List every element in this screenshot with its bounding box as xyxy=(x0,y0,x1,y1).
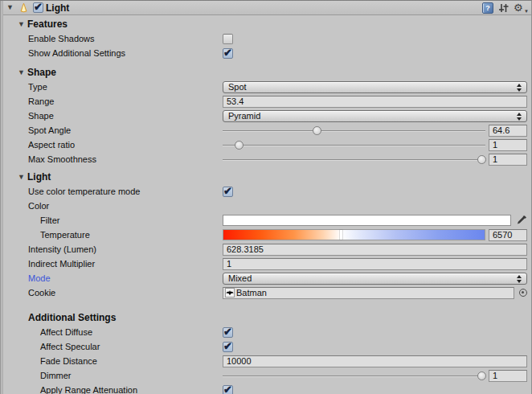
intensity-input[interactable] xyxy=(223,244,527,256)
row-filter: Filter xyxy=(0,214,531,227)
shape-foldout-icon[interactable]: ▼ xyxy=(18,69,27,76)
row-show-additional-settings: Show Additional Settings xyxy=(0,47,531,60)
spot-angle-slider[interactable] xyxy=(223,125,485,137)
component-body: ▼ Features Enable Shadows Show Additiona… xyxy=(0,15,531,394)
max-smoothness-input[interactable] xyxy=(489,154,527,166)
component-title: Light xyxy=(46,2,69,14)
dimmer-slider-knob[interactable] xyxy=(477,371,486,380)
spot-angle-label: Spot Angle xyxy=(0,125,223,135)
row-apply-range-attenuation: Apply Range Attenuation xyxy=(0,384,531,394)
presets-icon[interactable] xyxy=(498,3,509,13)
row-mode: Mode Mixed xyxy=(0,272,531,285)
section-additional-settings-header: Additional Settings xyxy=(0,311,531,324)
row-color: Color xyxy=(0,199,531,212)
dimmer-input[interactable] xyxy=(489,370,527,382)
row-indirect-multiplier: Indirect Multiplier xyxy=(0,257,531,270)
component-enabled-checkbox[interactable] xyxy=(33,2,43,13)
apply-range-attenuation-checkbox[interactable] xyxy=(223,385,233,394)
object-picker-icon[interactable] xyxy=(519,289,527,297)
temperature-marker[interactable] xyxy=(340,230,342,240)
temperature-input[interactable] xyxy=(489,229,527,241)
shape-label: Shape xyxy=(0,111,223,121)
shape-dropdown-value: Pyramid xyxy=(228,111,260,121)
features-foldout-icon[interactable]: ▼ xyxy=(18,21,27,28)
section-features-header[interactable]: ▼ Features xyxy=(0,18,531,31)
fade-distance-label: Fade Distance xyxy=(0,356,223,366)
row-affect-diffuse: Affect Diffuse xyxy=(0,326,531,339)
row-dimmer: Dimmer xyxy=(0,369,531,382)
intensity-label: Intensity (Lumen) xyxy=(0,244,223,254)
dimmer-slider[interactable] xyxy=(223,370,485,382)
row-temperature: Temperature xyxy=(0,228,531,241)
row-enable-shadows: Enable Shadows xyxy=(0,32,531,45)
aspect-ratio-slider[interactable] xyxy=(223,139,485,151)
shape-title: Shape xyxy=(27,67,56,78)
gear-icon[interactable]: ⚙▼ xyxy=(514,2,526,14)
enable-shadows-checkbox[interactable] xyxy=(223,34,233,44)
type-dropdown-value: Spot xyxy=(228,82,247,92)
row-affect-specular: Affect Specular xyxy=(0,340,531,353)
spot-angle-input[interactable] xyxy=(489,125,527,137)
temperature-gradient-slider[interactable] xyxy=(223,229,485,240)
component-foldout-icon[interactable]: ▼ xyxy=(6,4,16,11)
spotlight-gizmo-icon xyxy=(18,2,30,14)
fade-distance-input[interactable] xyxy=(223,355,527,367)
aspect-ratio-label: Aspect ratio xyxy=(0,140,223,150)
row-range: Range xyxy=(0,95,531,108)
indirect-multiplier-label: Indirect Multiplier xyxy=(0,259,223,269)
light-inspector-panel: ▼ Light ? ⚙▼ xyxy=(0,0,532,394)
mode-dropdown-value: Mixed xyxy=(228,273,252,283)
dropdown-arrows-icon xyxy=(517,113,522,121)
affect-specular-label: Affect Specular xyxy=(0,342,223,351)
features-title: Features xyxy=(27,18,68,30)
mode-dropdown[interactable]: Mixed xyxy=(223,273,527,285)
temperature-label: Temperature xyxy=(0,230,223,240)
dropdown-arrows-icon xyxy=(517,275,522,283)
row-aspect-ratio: Aspect ratio xyxy=(0,138,531,151)
row-max-smoothness: Max Smoothness xyxy=(0,153,531,166)
row-spot-angle: Spot Angle xyxy=(0,124,531,137)
use-color-temperature-label: Use color temperature mode xyxy=(0,187,223,196)
light-foldout-icon[interactable]: ▼ xyxy=(18,174,27,181)
range-input[interactable] xyxy=(223,96,527,108)
aspect-ratio-input[interactable] xyxy=(489,139,527,151)
filter-color-swatch[interactable] xyxy=(223,215,511,226)
section-light-header[interactable]: ▼ Light xyxy=(0,170,531,183)
section-shape-header[interactable]: ▼ Shape xyxy=(0,66,531,79)
light-title: Light xyxy=(27,171,51,183)
indirect-multiplier-input[interactable] xyxy=(223,258,527,270)
dropdown-arrows-icon xyxy=(517,84,522,92)
aspect-ratio-slider-knob[interactable] xyxy=(235,141,243,150)
cookie-object-name: Batman xyxy=(236,288,267,298)
batman-texture-icon xyxy=(225,288,235,298)
shape-dropdown[interactable]: Pyramid xyxy=(223,110,527,122)
eyedropper-icon[interactable] xyxy=(516,215,527,227)
row-cookie: Cookie Batman xyxy=(0,286,531,299)
row-type: Type Spot xyxy=(0,80,531,93)
filter-label: Filter xyxy=(0,215,223,225)
max-smoothness-label: Max Smoothness xyxy=(0,154,223,164)
apply-range-attenuation-label: Apply Range Attenuation xyxy=(0,385,223,394)
row-use-color-temperature: Use color temperature mode xyxy=(0,185,531,198)
use-color-temperature-checkbox[interactable] xyxy=(223,187,233,197)
enable-shadows-label: Enable Shadows xyxy=(0,34,223,43)
max-smoothness-slider[interactable] xyxy=(223,154,485,166)
max-smoothness-slider-knob[interactable] xyxy=(477,155,486,164)
help-book-icon[interactable]: ? xyxy=(482,2,493,14)
affect-specular-checkbox[interactable] xyxy=(223,342,233,352)
show-additional-settings-checkbox[interactable] xyxy=(223,48,233,59)
affect-diffuse-label: Affect Diffuse xyxy=(0,327,223,337)
type-label: Type xyxy=(0,82,223,92)
row-intensity: Intensity (Lumen) xyxy=(0,243,531,256)
spot-angle-slider-knob[interactable] xyxy=(313,126,321,135)
range-label: Range xyxy=(0,96,223,106)
row-shape: Shape Pyramid xyxy=(0,109,531,122)
mode-label: Mode xyxy=(0,273,223,283)
show-additional-settings-label: Show Additional Settings xyxy=(0,48,223,58)
additional-settings-title: Additional Settings xyxy=(0,312,223,323)
affect-diffuse-checkbox[interactable] xyxy=(223,327,233,338)
cookie-label: Cookie xyxy=(0,288,223,298)
row-fade-distance: Fade Distance xyxy=(0,355,531,367)
type-dropdown[interactable]: Spot xyxy=(223,81,527,93)
cookie-object-field[interactable]: Batman xyxy=(223,287,514,299)
